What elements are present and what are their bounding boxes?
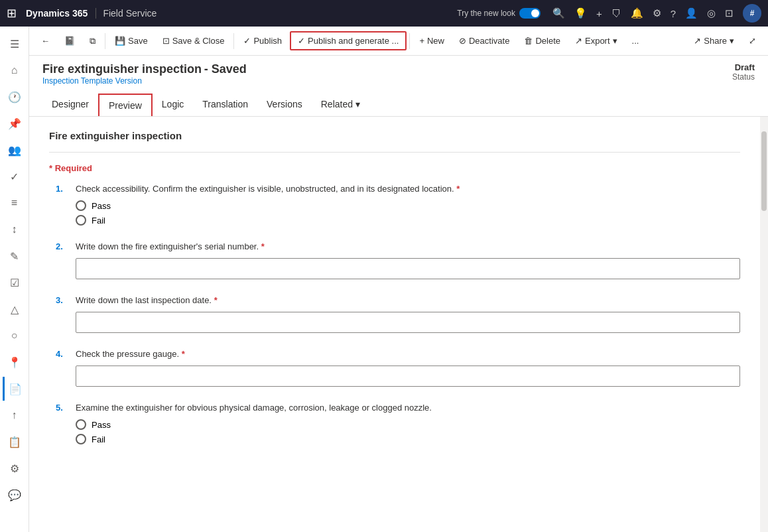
sidebar-icon-users[interactable]: 👥: [3, 138, 27, 162]
share-icon: ↗: [694, 36, 701, 46]
question-4-text: Check the pressure gauge. *: [76, 349, 185, 359]
sidebar-icon-hamburger[interactable]: ☰: [3, 32, 27, 56]
new-tab-icon: ⧉: [90, 36, 96, 46]
question-4-input[interactable]: [76, 366, 740, 387]
settings-icon[interactable]: ⚙: [653, 7, 661, 19]
question-5-text: Examine the extinguisher for obvious phy…: [76, 403, 432, 413]
tab-versions[interactable]: Versions: [257, 94, 312, 116]
radio-5-fail-circle: [76, 434, 86, 444]
form-subtitle: Inspection Template Version: [42, 76, 247, 86]
waffle-icon[interactable]: ⊞: [7, 6, 17, 21]
sidebar-icon-sort[interactable]: ↕: [3, 218, 27, 241]
sidebar-icon-alert[interactable]: △: [3, 297, 27, 321]
nav-arrows: ← 📓 ⧉: [34, 32, 102, 50]
sidebar-icon-gear[interactable]: ⚙: [3, 456, 27, 480]
more-button[interactable]: ...: [625, 32, 646, 50]
sidebar-icon-pin[interactable]: 📌: [3, 111, 27, 135]
required-note: * Required: [49, 163, 740, 173]
tab-designer[interactable]: Designer: [42, 94, 98, 116]
feedback-icon[interactable]: ◎: [707, 7, 716, 19]
account-icon[interactable]: 👤: [685, 7, 698, 19]
form-body: Fire extinguisher inspection * Required …: [29, 117, 760, 532]
sidebar-icon-location[interactable]: 📍: [3, 350, 27, 374]
sidebar-icon-edit[interactable]: ✎: [3, 244, 27, 268]
export-button[interactable]: ↗ Export ▾: [568, 32, 624, 50]
search-icon[interactable]: 🔍: [552, 7, 565, 19]
form-header: Fire extinguisher inspection - Saved Ins…: [29, 56, 768, 117]
cmd-right: ↗ Share ▾ ⤢: [687, 32, 763, 50]
save-close-icon: ⊡: [162, 36, 170, 46]
notification-icon[interactable]: 🔔: [631, 7, 643, 19]
scroll-thumb[interactable]: [761, 131, 767, 211]
question-2-row: 2. Write down the fire extinguisher's se…: [56, 241, 740, 251]
tab-logic[interactable]: Logic: [153, 94, 193, 116]
radio-fail-circle: [76, 215, 86, 226]
publish-generate-check-icon: ✓: [298, 36, 305, 46]
saved-badge: - Saved: [204, 62, 247, 76]
question-1-num: 1.: [56, 184, 69, 194]
tab-related[interactable]: Related ▾: [312, 94, 369, 116]
question-5-fail[interactable]: Fail: [76, 434, 740, 444]
sidebar-icon-chat[interactable]: 💬: [3, 483, 27, 507]
delete-icon: 🗑: [524, 36, 533, 46]
deactivate-button[interactable]: ⊘ Deactivate: [452, 32, 516, 50]
help-icon[interactable]: ?: [671, 8, 676, 19]
deactivate-icon: ⊘: [459, 36, 466, 46]
share-button[interactable]: ↗ Share ▾: [687, 32, 741, 50]
module-name: Field Service: [96, 8, 157, 19]
sidebar-icon-list[interactable]: ≡: [3, 191, 27, 215]
sidebar-icon-recent[interactable]: 🕐: [3, 85, 27, 109]
question-3-input[interactable]: [76, 312, 740, 333]
filter-icon[interactable]: ⛉: [611, 8, 621, 19]
tab-translation[interactable]: Translation: [193, 94, 257, 116]
top-nav-icons: 🔍 💡 + ⛉ 🔔 ⚙ ? 👤 ◎ ⊡ #: [552, 4, 761, 23]
question-5: 5. Examine the extinguisher for obvious …: [49, 403, 740, 444]
inspection-title: Fire extinguisher inspection: [49, 130, 740, 141]
divider: [49, 152, 740, 153]
question-4-row: 4. Check the pressure gauge. *: [56, 349, 740, 359]
lightbulb-icon[interactable]: 💡: [574, 7, 587, 19]
question-4-num: 4.: [56, 349, 69, 359]
sidebar-icon-clipboard[interactable]: 📋: [3, 430, 27, 454]
add-icon[interactable]: +: [596, 8, 602, 19]
try-new-toggle[interactable]: [519, 8, 541, 19]
command-bar: ← 📓 ⧉ 💾 Save ⊡ Save & Close ✓ Publish ✓ …: [29, 27, 768, 56]
publish-generate-button[interactable]: ✓ Publish and generate ...: [290, 31, 407, 50]
question-2-input[interactable]: [76, 258, 740, 279]
back-button[interactable]: ←: [34, 32, 56, 50]
question-1-text: Check accessibility. Confirm the extingu…: [76, 184, 460, 194]
sidebar-icon-check[interactable]: ✓: [3, 165, 27, 188]
question-5-pass[interactable]: Pass: [76, 419, 740, 430]
expand-button[interactable]: ⤢: [742, 32, 763, 50]
question-1-pass[interactable]: Pass: [76, 200, 740, 211]
sidebar-icon-checklist[interactable]: ☑: [3, 271, 27, 295]
new-button[interactable]: + New: [413, 32, 451, 50]
sidebar-icon-circle[interactable]: ○: [3, 324, 27, 348]
question-3-text: Write down the last inspection date. *: [76, 295, 218, 305]
sidebar: ☰ ⌂ 🕐 📌 👥 ✓ ≡ ↕ ✎ ☑ △ ○ 📍 📄 ↑ 📋 ⚙ 💬: [0, 27, 29, 532]
status-value: Status: [732, 72, 755, 82]
try-new-look: Try the new look: [457, 8, 541, 19]
question-3-row: 3. Write down the last inspection date. …: [56, 295, 740, 305]
form-title-row: Fire extinguisher inspection - Saved Ins…: [42, 62, 755, 91]
publish-button[interactable]: ✓ Publish: [237, 32, 288, 50]
save-button[interactable]: 💾 Save: [108, 32, 155, 50]
export-chevron-icon: ▾: [613, 36, 617, 46]
question-5-num: 5.: [56, 403, 69, 413]
remote-icon[interactable]: ⊡: [725, 7, 734, 19]
sidebar-icon-home[interactable]: ⌂: [3, 58, 27, 82]
delete-button[interactable]: 🗑 Delete: [517, 32, 567, 50]
save-close-button[interactable]: ⊡ Save & Close: [156, 32, 231, 50]
form-title: Fire extinguisher inspection: [42, 62, 202, 76]
save-icon: 💾: [115, 36, 125, 46]
tab-preview[interactable]: Preview: [98, 94, 153, 116]
question-1-fail[interactable]: Fail: [76, 215, 740, 226]
separator-1: [105, 33, 105, 49]
sidebar-icon-docs[interactable]: 📄: [3, 377, 27, 401]
new-tab-button[interactable]: ⧉: [83, 32, 102, 50]
question-1: 1. Check accessibility. Confirm the exti…: [49, 184, 740, 226]
notebook-button[interactable]: 📓: [58, 32, 82, 50]
avatar[interactable]: #: [743, 4, 761, 23]
sidebar-icon-upload[interactable]: ↑: [3, 403, 27, 427]
question-2-num: 2.: [56, 241, 69, 251]
